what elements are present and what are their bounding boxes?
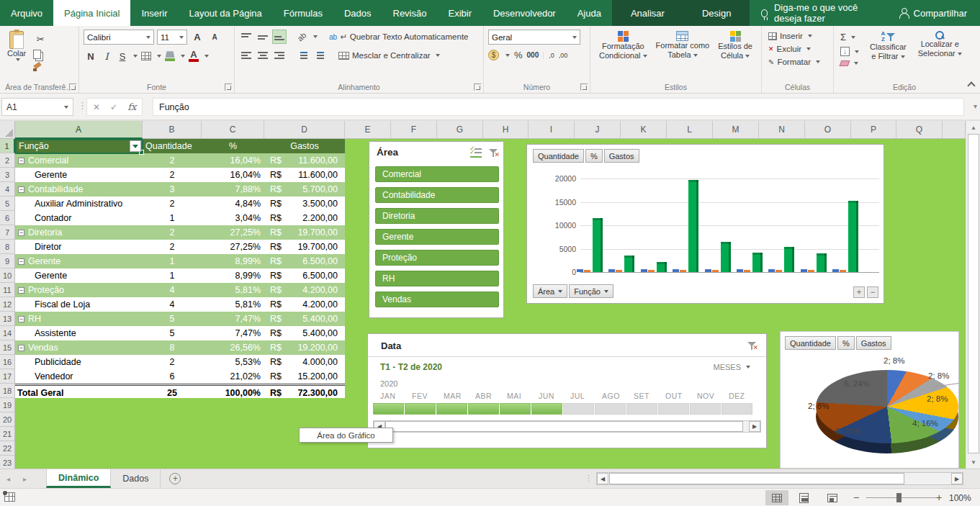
fill-color-button[interactable] (163, 49, 177, 63)
pivot-cell-pct[interactable]: 16,04% (202, 153, 264, 168)
increase-indent-button[interactable] (311, 48, 325, 63)
pivot-cell-value[interactable]: R$6.500,00 (264, 254, 345, 268)
accounting-format-icon[interactable]: $ (488, 50, 499, 60)
pivot-bar-chart[interactable]: Quantidade%Gastos 05000100001500020000 Á… (526, 144, 884, 304)
pivot-cell-pct[interactable]: 7,88% (202, 182, 264, 196)
underline-caret-icon[interactable] (133, 55, 138, 58)
row-header-12[interactable]: 12 (0, 297, 15, 312)
pivot-cell-pct[interactable]: 26,56% (202, 340, 264, 355)
chart-zoom-in-button[interactable]: + (853, 286, 865, 298)
column-header-O[interactable]: O (805, 121, 851, 139)
column-header-C[interactable]: C (202, 121, 264, 139)
pivot-cell-value[interactable]: R$3.500,00 (264, 196, 345, 211)
formula-input[interactable]: Função (153, 98, 964, 116)
column-header-E[interactable]: E (345, 121, 391, 139)
bar-gastos-1[interactable] (593, 218, 603, 272)
bar-gastos-8[interactable] (817, 253, 827, 272)
slicer-item-gerente[interactable]: Gerente (375, 229, 499, 245)
row-header-2[interactable]: 2 (0, 153, 15, 168)
column-header-N[interactable]: N (759, 121, 805, 139)
slicer-item-diretoria[interactable]: Diretoria (375, 208, 499, 224)
row-header-13[interactable]: 13 (0, 312, 15, 326)
pivot-cell-qty[interactable]: 4 (143, 297, 202, 312)
pivot-header-funcao[interactable]: Função (15, 139, 143, 153)
timeline-month-cell-jun[interactable] (531, 403, 562, 415)
collapse-button[interactable]: − (18, 186, 24, 193)
scroll-right-icon[interactable]: ▶ (951, 473, 963, 484)
row-header-21[interactable]: 21 (0, 427, 15, 441)
pivot-cell-value[interactable]: R$5.400,00 (264, 326, 345, 340)
pivot-cell-qty[interactable]: 2 (143, 355, 202, 369)
ribbon-tab-dados[interactable]: Dados (333, 0, 382, 26)
borders-button[interactable] (139, 49, 153, 63)
format-as-table-button[interactable]: Formatar como Tabela (653, 30, 713, 62)
ribbon-tab-revisão[interactable]: Revisão (382, 0, 438, 26)
pivot-header-pct[interactable]: % (202, 139, 264, 153)
sheet-tab-dinâmico[interactable]: Dinâmico (46, 469, 111, 488)
clipboard-dialog-launcher[interactable] (69, 83, 76, 91)
timeline-month-cell-mar[interactable] (436, 403, 467, 415)
pivot-cell-value[interactable]: R$19.200,00 (264, 340, 345, 355)
row-header-7[interactable]: 7 (0, 225, 15, 240)
pivot-cell-qty[interactable]: 8 (143, 340, 202, 355)
row-header-18[interactable]: 18 (0, 384, 15, 398)
row-header-22[interactable]: 22 (0, 441, 15, 456)
timeline-month-cell-set[interactable] (626, 403, 657, 415)
wrap-text-button[interactable]: ab ↵ Quebrar Texto Automaticamente (327, 31, 470, 42)
pivot-cell-value[interactable]: R$19.700,00 (264, 225, 345, 240)
scroll-down-icon[interactable]: ▼ (967, 456, 980, 468)
zoom-in-icon[interactable]: + (936, 492, 942, 503)
page-break-view-button[interactable] (821, 490, 844, 505)
pivot-cell-label[interactable]: −Contabilidade (15, 182, 143, 196)
sheet-nav-right-icon[interactable]: ▸ (17, 469, 33, 488)
pivot-cell-qty[interactable]: 2 (143, 168, 202, 182)
bar-axis-button-fun-o[interactable]: Função (569, 284, 613, 298)
format-cells-button[interactable]: ✎ Formatar (766, 57, 829, 67)
font-color-caret-icon[interactable] (204, 55, 209, 58)
align-center-button[interactable] (256, 48, 270, 63)
normal-view-button[interactable] (765, 490, 788, 505)
pivot-cell-label[interactable]: −Comercial (15, 153, 143, 168)
column-header-Q[interactable]: Q (896, 121, 943, 139)
slicer-item-proteção[interactable]: Proteção (375, 250, 499, 266)
pivot-cell-qty[interactable]: 5 (143, 326, 202, 340)
conditional-formatting-button[interactable]: Formatação Condicional (596, 30, 649, 62)
row-header-10[interactable]: 10 (0, 268, 15, 283)
percent-style-button[interactable]: % (514, 50, 523, 60)
font-color-button[interactable]: A (186, 49, 201, 63)
pivot-cell-qty[interactable]: 1 (143, 211, 202, 225)
align-bottom-button[interactable] (272, 30, 287, 44)
row-header-1[interactable]: 1 (0, 139, 15, 153)
pivot-cell-label[interactable]: −Proteção (15, 283, 143, 297)
ribbon-tab-analisar[interactable]: Analisar (612, 0, 683, 26)
collapse-button[interactable]: − (18, 345, 24, 351)
pivot-cell-qty[interactable]: 1 (143, 268, 202, 283)
timeline-month-cell-jul[interactable] (563, 403, 594, 415)
pivot-cell-value[interactable]: R$5.700,00 (264, 182, 345, 196)
timeline-month-cell-ago[interactable] (595, 403, 626, 415)
ribbon-tab-exibir[interactable]: Exibir (437, 0, 482, 26)
row-header-23[interactable]: 23 (0, 456, 15, 469)
pivot-cell-pct[interactable]: 8,99% (202, 254, 264, 268)
pivot-cell-qty[interactable]: 3 (143, 182, 202, 196)
pivot-cell-value[interactable]: R$2.200,00 (264, 211, 345, 225)
align-top-button[interactable] (239, 30, 253, 44)
bar-gastos-2[interactable] (624, 256, 634, 272)
row-header-19[interactable]: 19 (0, 398, 15, 412)
slicer-multiselect-icon[interactable] (470, 148, 482, 158)
row-header-16[interactable]: 16 (0, 355, 15, 369)
bar-field-button-gastos[interactable]: Gastos (604, 149, 639, 163)
pie-field-button-quantidade[interactable]: Quantidade (785, 336, 836, 350)
increase-decimal-button[interactable]: ,0 (543, 52, 554, 59)
pivot-cell-label[interactable]: Total Geral (15, 386, 143, 400)
column-header-J[interactable]: J (575, 121, 621, 139)
pivot-cell-pct[interactable]: 5,81% (202, 283, 264, 297)
alignment-dialog-launcher[interactable] (474, 83, 481, 91)
borders-caret-icon[interactable] (157, 55, 161, 58)
bar-gastos-7[interactable] (784, 247, 794, 272)
pivot-cell-qty[interactable]: 2 (143, 225, 202, 240)
pivot-cell-label[interactable]: Publicidade (15, 355, 143, 369)
timeline-clear-filter-icon[interactable]: ✕ (747, 341, 756, 350)
select-all-corner[interactable] (0, 121, 15, 139)
column-header-M[interactable]: M (713, 121, 759, 139)
